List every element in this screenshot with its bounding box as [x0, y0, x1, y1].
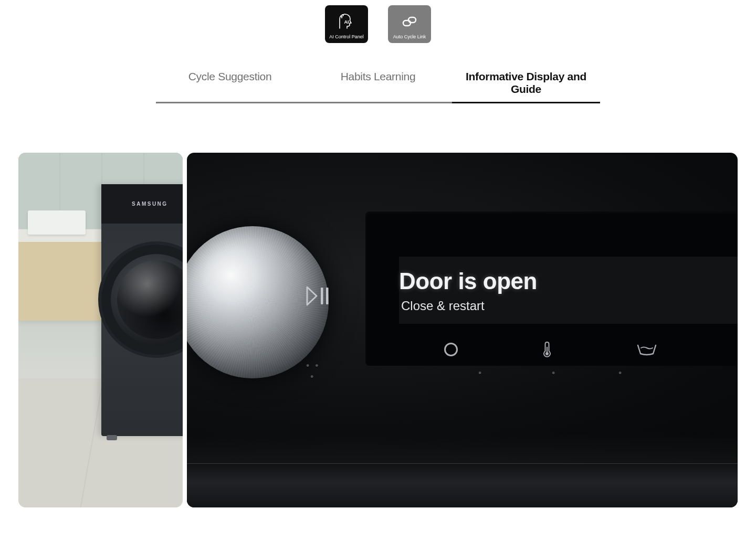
display-message: Door is open Close & restart [399, 257, 738, 324]
info-display: Door is open Close & restart [365, 211, 738, 366]
temperature-icon[interactable] [542, 341, 552, 358]
svg-rect-5 [321, 288, 323, 304]
svg-rect-6 [326, 288, 329, 304]
badge-ai-control-panel: AI AI Control Panel [325, 5, 368, 43]
tab-cycle-suggestion[interactable]: Cycle Suggestion [156, 70, 304, 103]
washer-door [101, 245, 183, 355]
tab-informative-display[interactable]: Informative Display and Guide [452, 70, 600, 103]
display-subtitle: Close & restart [401, 299, 738, 313]
tab-bar: Cycle Suggestion Habits Learning Informa… [0, 70, 756, 103]
svg-text:AI: AI [344, 19, 349, 25]
tactile-dots: • • • [306, 361, 320, 383]
tactile-dots: • [478, 368, 483, 379]
tab-habits-learning[interactable]: Habits Learning [304, 70, 452, 103]
play-pause-button[interactable] [304, 285, 330, 307]
lifestyle-scene: SAMSUNG [18, 153, 183, 507]
svg-rect-3 [403, 20, 411, 26]
badge-auto-cycle-link: Auto Cycle Link [388, 5, 431, 43]
control-panel-closeup: • • • Door is open Close & restart [187, 153, 738, 507]
svg-rect-4 [408, 17, 416, 23]
badge-label: Auto Cycle Link [393, 35, 426, 39]
badge-label: AI Control Panel [329, 35, 364, 39]
power-icon[interactable] [444, 343, 458, 356]
tactile-dots: • [552, 368, 556, 379]
rinse-icon[interactable] [636, 342, 657, 357]
washer-brand: SAMSUNG [132, 201, 168, 207]
product-visual: SAMSUNG • • • Door is open Close & resta… [18, 153, 738, 507]
washer-appliance: SAMSUNG [101, 184, 183, 436]
feature-badges: AI AI Control Panel Auto Cycle Link [0, 0, 756, 43]
link-icon [400, 8, 419, 35]
display-title: Door is open [399, 268, 738, 294]
tactile-dots: • [618, 368, 623, 379]
ai-head-icon: AI [337, 8, 356, 35]
